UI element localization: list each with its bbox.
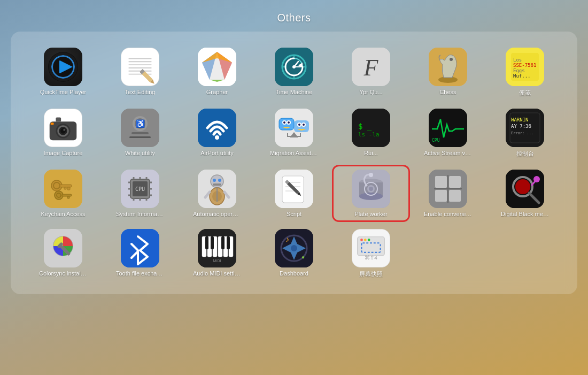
svg-rect-160 (211, 236, 214, 249)
voiceover-icon: ♿ (121, 109, 159, 147)
chess-icon (429, 48, 467, 86)
app-keychain[interactable]: Keychain Access (26, 166, 100, 220)
svg-rect-112 (213, 183, 221, 186)
svg-text:Eggs: Eggs (513, 68, 525, 73)
bluetooth-label: Tooth file exchange (116, 270, 164, 277)
svg-point-64 (283, 121, 285, 124)
app-chess[interactable]: Chess (411, 44, 485, 100)
script-icon (275, 170, 313, 208)
activity-icon: CPU (429, 109, 467, 147)
voiceover-label: White utility (125, 150, 155, 156)
svg-rect-161 (221, 236, 225, 249)
grapher-label: Grapher (206, 89, 228, 95)
svg-point-172 (364, 239, 367, 241)
app-airport[interactable]: AirPort utility (180, 105, 254, 161)
svg-rect-82 (44, 170, 82, 208)
app-migration[interactable]: Migration Assistant (257, 105, 331, 161)
grapher-icon (198, 48, 236, 86)
color-sync-icon (44, 229, 82, 267)
svg-point-65 (288, 121, 290, 124)
svg-rect-87 (64, 187, 66, 189)
sticky-icon: Los SSE-7561 Eggs Muf... (506, 48, 544, 86)
svg-text:$ _: $ _ (358, 122, 372, 131)
app-terminal[interactable]: $ _ ls -la Rui... (334, 105, 408, 161)
svg-rect-86 (67, 187, 70, 190)
chess-label: Chess (439, 89, 456, 95)
svg-text:●: ● (301, 254, 305, 260)
app-bluetooth[interactable]: Tooth file exchange (103, 226, 177, 281)
app-script[interactable]: Script (257, 166, 331, 220)
automator-icon (198, 170, 236, 208)
keychain-icon (44, 170, 82, 208)
app-grid-container: QuickTime Player (11, 32, 577, 294)
svg-rect-90 (62, 194, 72, 196)
app-color-sync[interactable]: Colorsync installation utility (26, 226, 100, 281)
svg-point-69 (298, 124, 300, 126)
disk-utility-icon (352, 170, 390, 208)
image-capture-label: Image Capture (44, 150, 83, 156)
svg-text:SSE-7561: SSE-7561 (513, 63, 536, 68)
terminal-label: Rui... (364, 150, 378, 156)
app-voiceover[interactable]: ♿ White utility (103, 105, 177, 161)
activity-label: Active Stream viewer (424, 150, 472, 156)
svg-point-48 (63, 129, 65, 131)
bluetooth-icon (121, 229, 159, 267)
font-icon: F (352, 48, 390, 86)
svg-point-58 (215, 135, 219, 140)
svg-point-111 (218, 179, 221, 182)
app-time-machine[interactable]: Time Machine (257, 44, 331, 100)
svg-point-166 (291, 245, 297, 251)
app-sysinfo[interactable]: CPU System Information (103, 166, 177, 220)
app-disk-utility[interactable]: Plate worker (334, 166, 408, 220)
svg-text:MIDI: MIDI (213, 259, 221, 263)
midi-icon: MIDI (198, 229, 236, 267)
app-grapher[interactable]: Grapher (180, 44, 254, 100)
svg-rect-55 (131, 132, 149, 134)
app-activity[interactable]: CPU Active Stream viewer (411, 105, 485, 161)
app-dashboard[interactable]: ♪ ● Dashboard (257, 226, 331, 281)
app-font[interactable]: F Yp‌r Qu... (334, 44, 408, 100)
sysinfo-icon: CPU (121, 170, 159, 208)
app-automator[interactable]: Automatic operation (180, 166, 254, 220)
sysinfo-label: System Information (116, 211, 164, 217)
svg-rect-139 (435, 190, 447, 202)
quicktime-label: QuickTime Player (40, 89, 86, 95)
time-machine-icon (275, 48, 313, 86)
app-midi[interactable]: MIDI Audio MIDI settings (180, 226, 254, 281)
page-title: Others (277, 12, 311, 24)
quicktime-icon (44, 48, 82, 86)
svg-rect-138 (449, 176, 461, 188)
console-label: 控制台 (516, 150, 534, 158)
airport-icon (198, 109, 236, 147)
time-machine-label: Time Machine (276, 89, 313, 95)
sticky-label: 便笺 (519, 89, 531, 97)
svg-rect-140 (449, 190, 461, 202)
svg-rect-49 (56, 118, 61, 122)
screenshot-label: 屏幕快照 (359, 270, 383, 278)
app-digital-color[interactable]: Digital Black meter (488, 166, 562, 220)
text-editing-icon (121, 48, 159, 86)
svg-text:F: F (363, 55, 379, 81)
app-console[interactable]: WARNIN AY 7:36 Error: ... 控制台 (488, 105, 562, 161)
svg-point-133 (369, 173, 373, 177)
svg-point-129 (359, 193, 383, 200)
app-sticky[interactable]: Los SSE-7561 Eggs Muf... 便笺 (488, 44, 562, 100)
screenshot-icon: ⌘⇧4 (352, 229, 390, 267)
app-quicktime[interactable]: QuickTime Player (26, 44, 100, 100)
svg-text:AY 7:36: AY 7:36 (511, 124, 531, 129)
svg-point-171 (360, 239, 363, 241)
app-image-capture[interactable]: Image Capture (26, 105, 100, 161)
svg-text:CPU: CPU (135, 186, 145, 192)
svg-point-109 (211, 175, 223, 188)
svg-text:Muf...: Muf... (513, 73, 531, 79)
digital-color-icon (506, 170, 544, 208)
bootcamp-label: Enable conversion prevention (424, 211, 472, 217)
digital-color-label: Digital Black meter (501, 211, 549, 217)
bootcamp-icon (429, 170, 467, 208)
app-text-editing[interactable]: Text Editing (103, 44, 177, 100)
svg-text:ls -la: ls -la (358, 131, 380, 138)
app-bootcamp[interactable]: Enable conversion prevention (411, 166, 485, 220)
app-screenshot[interactable]: ⌘⇧4 屏幕快照 (334, 226, 408, 281)
svg-rect-162 (227, 236, 230, 249)
font-label: Yp‌r Qu... (359, 89, 382, 95)
